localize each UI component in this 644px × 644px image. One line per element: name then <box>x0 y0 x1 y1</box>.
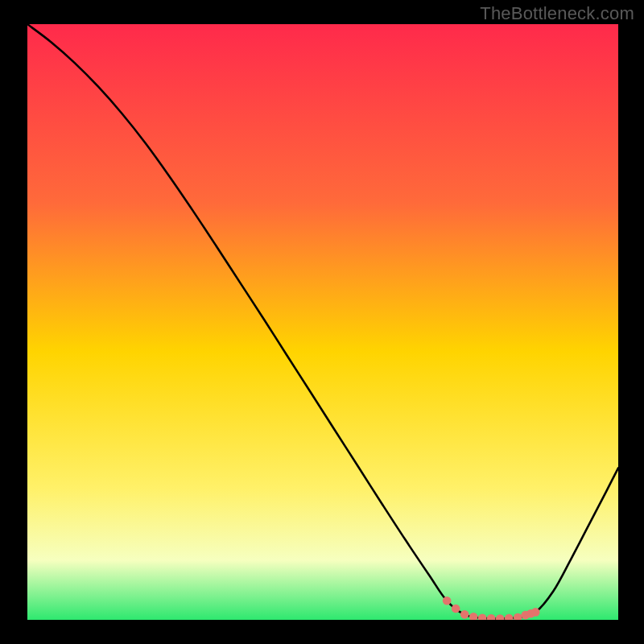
marker-dot <box>452 605 460 613</box>
marker-dot <box>443 597 452 605</box>
watermark-text: TheBottleneck.com <box>480 3 634 24</box>
plot-area <box>27 24 618 620</box>
marker-dot <box>460 610 469 619</box>
bottleneck-chart <box>27 24 618 620</box>
chart-frame: TheBottleneck.com <box>0 0 644 644</box>
gradient-background <box>27 24 618 620</box>
marker-dot <box>531 608 540 617</box>
